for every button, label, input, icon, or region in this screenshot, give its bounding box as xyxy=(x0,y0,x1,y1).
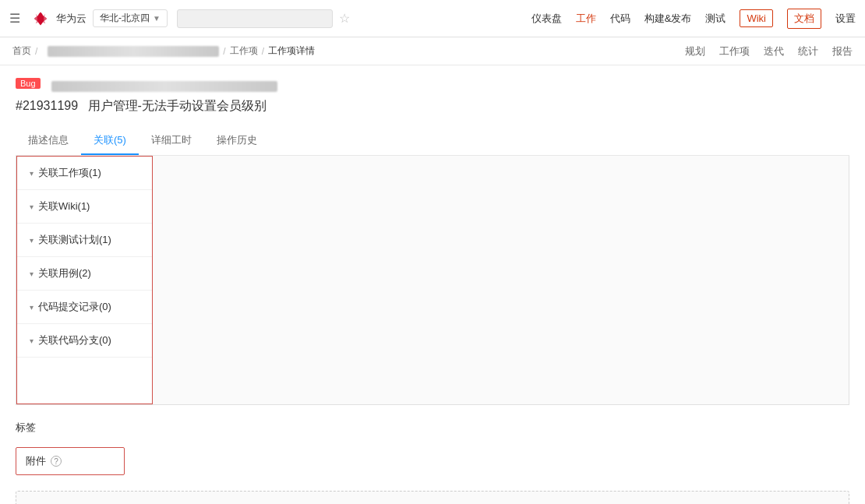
breadcrumb: 首页 / / 工作项 / 工作项详情 xyxy=(12,44,685,58)
issue-header-row: Bug xyxy=(16,78,849,95)
sidebar-item-label: 代码提交记录(0) xyxy=(38,300,139,314)
search-input[interactable] xyxy=(177,9,333,28)
nav-settings[interactable]: 设置 xyxy=(835,9,856,29)
hamburger-icon[interactable]: ☰ xyxy=(9,11,20,26)
left-sidebar: ▾ 关联工作项(1) ▾ 关联Wiki(1) ▾ 关联测试计划(1) ▾ 关联用… xyxy=(16,156,153,404)
star-icon[interactable]: ☆ xyxy=(339,11,350,26)
content-area: ▾ 关联工作项(1) ▾ 关联Wiki(1) ▾ 关联测试计划(1) ▾ 关联用… xyxy=(16,156,849,405)
subnav-workitem[interactable]: 工作项 xyxy=(719,44,750,58)
sidebar-item-label: 关联代码分支(0) xyxy=(38,333,139,347)
sidebar-item-commit[interactable]: ▾ 代码提交记录(0) xyxy=(17,291,152,324)
attachment-title: 附件 xyxy=(26,454,46,468)
subnav-plan[interactable]: 规划 xyxy=(685,44,705,58)
tags-title: 标签 xyxy=(16,421,849,435)
tab-history[interactable]: 操作历史 xyxy=(204,127,270,155)
logo: 华为云 xyxy=(30,8,86,30)
nav-build[interactable]: 构建&发布 xyxy=(644,9,692,29)
nav-docs[interactable]: 文档 xyxy=(787,9,821,29)
breadcrumb-sep3: / xyxy=(262,46,264,57)
sidebar-item-test-plan[interactable]: ▾ 关联测试计划(1) xyxy=(17,224,152,257)
issue-title-text: 用户管理-无法手动设置会员级别 xyxy=(88,99,267,112)
sidebar-item-wiki[interactable]: ▾ 关联Wiki(1) xyxy=(17,190,152,224)
top-navigation: ☰ 华为云 华北-北京四 ▼ ☆ 仪表盘 工作 代码 构建&发布 测试 Wiki… xyxy=(0,0,865,37)
sidebar-item-work-item[interactable]: ▾ 关联工作项(1) xyxy=(17,157,152,190)
sidebar-item-branch[interactable]: ▾ 关联代码分支(0) xyxy=(17,324,152,358)
issue-id-number: #21931199 xyxy=(16,99,78,112)
nav-right-items: 仪表盘 工作 代码 构建&发布 测试 Wiki 文档 设置 xyxy=(531,9,856,29)
subnav-report[interactable]: 报告 xyxy=(832,44,853,58)
breadcrumb-sep2: / xyxy=(223,46,225,57)
sidebar-item-label: 关联用例(2) xyxy=(38,266,139,280)
subnav-stats[interactable]: 统计 xyxy=(798,44,818,58)
nav-code[interactable]: 代码 xyxy=(610,9,630,29)
help-icon[interactable]: ? xyxy=(51,456,62,467)
sub-navigation: 首页 / / 工作项 / 工作项详情 规划 工作项 迭代 统计 报告 xyxy=(0,37,865,65)
chevron-down-icon: ▾ xyxy=(30,303,34,312)
tab-related[interactable]: 关联(5) xyxy=(81,127,139,155)
subnav-iteration[interactable]: 迭代 xyxy=(764,44,784,58)
attachment-header: 附件 ? xyxy=(16,447,125,475)
tags-section: 标签 xyxy=(16,421,849,435)
attachment-section: 附件 ? + 点击添加附件或拖拽文件到此处上传 xyxy=(16,447,849,504)
nav-test[interactable]: 测试 xyxy=(705,9,726,29)
tab-time[interactable]: 详细工时 xyxy=(139,127,204,155)
sidebar-item-label: 关联Wiki(1) xyxy=(38,199,139,213)
project-name-blurred xyxy=(51,81,277,92)
chevron-down-icon: ▾ xyxy=(30,236,34,245)
tab-desc[interactable]: 描述信息 xyxy=(16,127,81,155)
chevron-down-icon: ▾ xyxy=(30,270,34,278)
location-arrow-icon: ▼ xyxy=(153,14,161,23)
issue-tabs: 描述信息 关联(5) 详细工时 操作历史 xyxy=(16,127,849,156)
sidebar-item-label: 关联测试计划(1) xyxy=(38,233,139,247)
location-text: 华北-北京四 xyxy=(100,12,150,25)
breadcrumb-workitem[interactable]: 工作项 xyxy=(230,44,258,58)
issue-title: #21931199 用户管理-无法手动设置会员级别 xyxy=(16,98,849,115)
breadcrumb-sep1: / xyxy=(35,46,37,57)
chevron-down-icon: ▾ xyxy=(30,169,34,178)
nav-dashboard[interactable]: 仪表盘 xyxy=(531,9,562,29)
breadcrumb-project-blurred xyxy=(48,46,219,57)
chevron-down-icon: ▾ xyxy=(30,203,34,211)
location-selector[interactable]: 华北-北京四 ▼ xyxy=(93,9,168,27)
nav-work[interactable]: 工作 xyxy=(576,9,596,29)
breadcrumb-home[interactable]: 首页 xyxy=(12,44,31,58)
right-panel xyxy=(153,156,849,404)
bug-tag: Bug xyxy=(16,78,41,89)
upload-area[interactable]: + 点击添加附件或拖拽文件到此处上传 xyxy=(16,491,849,504)
sidebar-item-use-case[interactable]: ▾ 关联用例(2) xyxy=(17,257,152,291)
logo-text: 华为云 xyxy=(56,12,86,26)
breadcrumb-current: 工作项详情 xyxy=(268,44,315,58)
huawei-logo-icon xyxy=(30,8,51,30)
chevron-down-icon: ▾ xyxy=(30,337,34,345)
nav-wiki[interactable]: Wiki xyxy=(740,9,773,27)
sidebar-item-label: 关联工作项(1) xyxy=(38,166,139,180)
sub-nav-right: 规划 工作项 迭代 统计 报告 xyxy=(685,44,853,58)
main-content: Bug #21931199 用户管理-无法手动设置会员级别 描述信息 关联(5)… xyxy=(0,65,865,504)
